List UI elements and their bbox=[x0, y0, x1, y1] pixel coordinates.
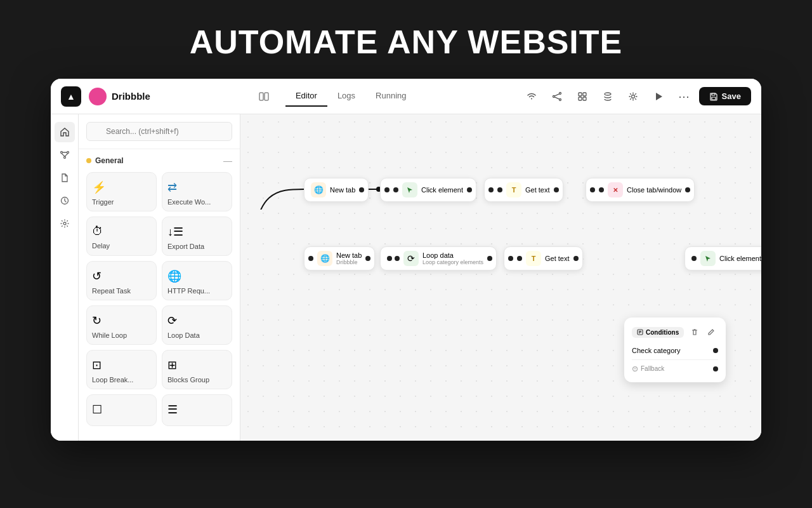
panel-item-loop-data[interactable]: ⟳ Loop Data bbox=[162, 305, 232, 345]
repeat-task-icon: ↺ bbox=[92, 269, 102, 283]
gear-icon-button[interactable] bbox=[623, 86, 643, 107]
flow-canvas-area[interactable]: 🌐 New tab Click element bbox=[240, 114, 761, 441]
app-logo-icon: ▲ bbox=[61, 86, 81, 107]
svg-rect-16 bbox=[712, 93, 715, 95]
svg-point-13 bbox=[631, 95, 634, 98]
get-text-bottom-port-left[interactable] bbox=[508, 256, 513, 261]
tab-bar: Editor Logs Running bbox=[285, 86, 417, 107]
icon-sidebar bbox=[51, 114, 79, 441]
flow-node-click-element-bottom[interactable]: Click element bbox=[684, 246, 761, 271]
tab-running[interactable]: Running bbox=[365, 86, 416, 107]
new-tab-bottom-port-right[interactable] bbox=[365, 256, 370, 261]
svg-rect-15 bbox=[712, 97, 716, 100]
flow-node-get-text-top[interactable]: T Get text bbox=[484, 178, 563, 202]
grid-icon-button[interactable] bbox=[572, 86, 593, 107]
section-collapse-button[interactable]: — bbox=[223, 156, 232, 166]
sidebar-item-workflows[interactable] bbox=[55, 145, 75, 165]
sidebar-item-files[interactable] bbox=[55, 168, 75, 188]
panel-item-repeat-task[interactable]: ↺ Repeat Task bbox=[86, 261, 157, 300]
brand-dot bbox=[89, 88, 107, 105]
get-text-bottom-icon: T bbox=[526, 251, 541, 266]
flow-node-click-element-top[interactable]: Click element bbox=[380, 178, 476, 202]
svg-line-6 bbox=[554, 93, 559, 95]
condition-fallback-port[interactable] bbox=[713, 366, 718, 371]
save-button[interactable]: Save bbox=[699, 87, 751, 105]
close-tab-top-port-left[interactable] bbox=[590, 187, 595, 192]
get-text-bottom-port-l2[interactable] bbox=[517, 256, 522, 261]
panel-item-execute-workflow[interactable]: ⇄ Execute Wo... bbox=[162, 172, 232, 211]
panel-item-http-request[interactable]: 🌐 HTTP Requ... bbox=[162, 261, 232, 300]
sidebar-item-home[interactable] bbox=[55, 122, 75, 142]
condition-check-category-port[interactable] bbox=[713, 348, 718, 353]
get-text-bottom-label: Get text bbox=[545, 255, 570, 262]
click-element-bottom-port-left[interactable] bbox=[691, 256, 697, 261]
sidebar-item-settings[interactable] bbox=[55, 213, 75, 234]
condition-popup[interactable]: Conditions bbox=[624, 318, 726, 382]
panel-item-loop-break[interactable]: ⊡ Loop Break... bbox=[86, 350, 157, 389]
panel-item-11[interactable]: ☐ bbox=[86, 394, 157, 426]
svg-point-17 bbox=[60, 152, 62, 154]
click-element-top-port-left[interactable] bbox=[384, 187, 390, 192]
panel-item-blocks-group-label: Blocks Group bbox=[167, 376, 209, 384]
stack-icon-button[interactable] bbox=[598, 86, 618, 107]
flow-node-new-tab-top[interactable]: 🌐 New tab bbox=[304, 178, 369, 202]
get-text-top-port-left[interactable] bbox=[488, 187, 494, 192]
topbar: ▲ Dribbble Editor Logs Running bbox=[51, 79, 761, 114]
condition-fallback-row: Fallback bbox=[632, 363, 718, 375]
condition-delete-button[interactable] bbox=[688, 325, 702, 339]
svg-line-7 bbox=[554, 97, 559, 98]
click-element-top-port-left2[interactable] bbox=[393, 187, 398, 192]
panel-items-grid: ⚡ Trigger ⇄ Execute Wo... ⏱ Delay ↓☰ Exp… bbox=[79, 170, 240, 434]
svg-point-4 bbox=[559, 98, 561, 100]
panel-item-delay[interactable]: ⏱ Delay bbox=[86, 217, 157, 256]
tab-logs[interactable]: Logs bbox=[327, 86, 365, 107]
svg-rect-11 bbox=[583, 97, 586, 100]
new-tab-bottom-sublabel: Dribbble bbox=[336, 259, 362, 265]
get-text-bottom-port-right[interactable] bbox=[573, 256, 579, 261]
share-icon-button[interactable] bbox=[547, 86, 567, 107]
condition-edit-button[interactable] bbox=[704, 325, 718, 339]
condition-actions bbox=[688, 325, 718, 339]
get-text-top-icon: T bbox=[506, 182, 521, 197]
svg-rect-8 bbox=[579, 93, 582, 96]
click-element-bottom-icon bbox=[700, 251, 716, 266]
flow-node-loop-data[interactable]: ⟳ Loop data Loop category elements bbox=[380, 246, 497, 271]
loop-data-icon: ⟳ bbox=[167, 314, 177, 328]
panel-item-trigger[interactable]: ⚡ Trigger bbox=[86, 172, 157, 211]
hero-title: AUTOMATE ANY WEBSITE bbox=[190, 23, 623, 61]
sidebar-toggle-button[interactable] bbox=[255, 88, 273, 105]
panel-item-12[interactable]: ☰ bbox=[162, 394, 232, 426]
item12-icon: ☰ bbox=[167, 403, 178, 417]
tab-editor[interactable]: Editor bbox=[285, 86, 327, 107]
topbar-actions: ⋯ Save bbox=[521, 86, 751, 107]
loop-data-port-left[interactable] bbox=[387, 256, 392, 261]
svg-rect-9 bbox=[583, 93, 586, 96]
close-tab-top-port-right[interactable] bbox=[685, 187, 690, 192]
loop-data-port-left2[interactable] bbox=[395, 256, 400, 261]
loop-data-label: Loop data bbox=[422, 251, 483, 259]
wireless-icon-button[interactable] bbox=[521, 86, 542, 107]
play-icon-button[interactable] bbox=[648, 86, 669, 107]
get-text-top-port-l2[interactable] bbox=[497, 187, 502, 192]
more-icon-button[interactable]: ⋯ bbox=[674, 86, 694, 107]
new-tab-bottom-icon: 🌐 bbox=[317, 251, 332, 266]
item11-icon: ☐ bbox=[92, 403, 102, 417]
panel-item-blocks-group[interactable]: ⊞ Blocks Group bbox=[162, 350, 232, 389]
svg-point-19 bbox=[63, 157, 65, 159]
flow-node-get-text-bottom[interactable]: T Get text bbox=[504, 246, 583, 271]
close-tab-top-port-l2[interactable] bbox=[599, 187, 604, 192]
delay-icon: ⏱ bbox=[92, 225, 103, 238]
svg-rect-0 bbox=[259, 93, 263, 100]
loop-data-port-right[interactable] bbox=[487, 256, 492, 261]
panel-item-export-data[interactable]: ↓☰ Export Data bbox=[162, 217, 232, 256]
panel-item-while-loop[interactable]: ↻ While Loop bbox=[86, 305, 157, 345]
new-tab-top-icon: 🌐 bbox=[311, 182, 326, 197]
flow-node-close-tab-top[interactable]: ✕ Close tab/window bbox=[586, 178, 695, 202]
new-tab-bottom-port-left[interactable] bbox=[308, 256, 313, 261]
sidebar-item-history[interactable] bbox=[55, 190, 75, 211]
new-tab-top-port-right[interactable] bbox=[359, 187, 364, 192]
search-input[interactable] bbox=[86, 122, 232, 141]
flow-node-new-tab-bottom[interactable]: 🌐 New tab Dribbble bbox=[304, 246, 375, 271]
click-element-top-port-right[interactable] bbox=[467, 187, 472, 192]
get-text-top-port-right[interactable] bbox=[554, 187, 559, 192]
